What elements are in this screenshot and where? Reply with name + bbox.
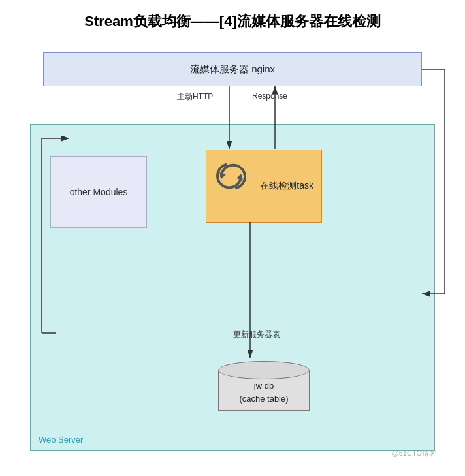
db-box: jw db (cache table) <box>206 357 322 422</box>
svg-marker-0 <box>219 172 226 179</box>
other-modules-box: other Modules <box>50 156 147 228</box>
task-box: 在线检测task <box>206 150 322 223</box>
webserver-label: Web Server <box>39 435 83 445</box>
other-modules-label: other Modules <box>70 187 128 197</box>
watermark: @51CTO博客 <box>392 449 436 458</box>
db-label: jw db (cache table) <box>218 379 310 405</box>
label-response: Response <box>252 91 287 101</box>
nginx-box: 流媒体服务器 nginx <box>43 52 422 86</box>
svg-marker-1 <box>236 174 243 180</box>
nginx-label: 流媒体服务器 nginx <box>190 63 275 76</box>
db-cylinder: jw db (cache table) <box>218 361 310 419</box>
refresh-icon <box>212 157 251 196</box>
task-label: 在线检测task <box>260 180 313 192</box>
webserver-box: other Modules 在线检测task 更新服务器表 jw db (cac… <box>30 124 435 451</box>
page-title: Stream负载均衡——[4]流媒体服务器在线检测 <box>0 0 465 39</box>
diagram-area: 流媒体服务器 nginx 主动HTTP Response other Modul… <box>17 39 448 464</box>
label-update: 更新服务器表 <box>233 329 280 340</box>
db-top-ellipse <box>218 361 310 379</box>
label-zhudonhttp: 主动HTTP <box>177 91 213 103</box>
